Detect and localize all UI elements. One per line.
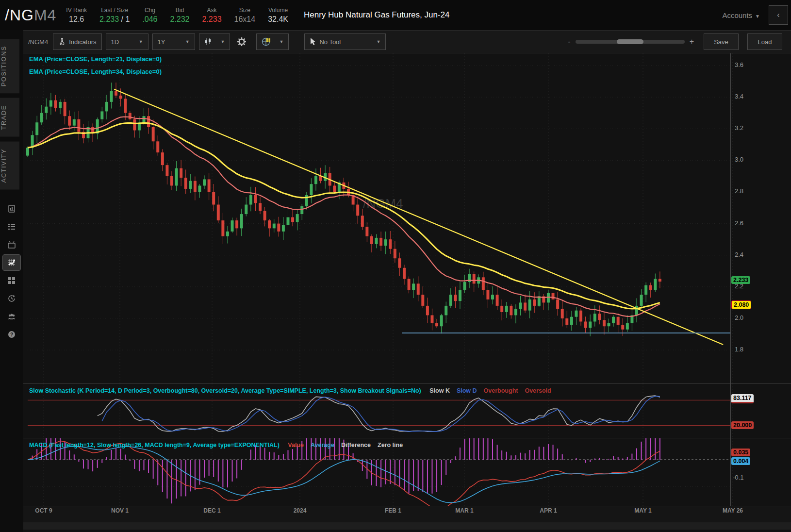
gear-icon <box>237 37 247 47</box>
time-tick-label: MAY 26 <box>723 507 743 514</box>
time-tick-label: FEB 1 <box>385 507 401 514</box>
sidebar-community-icon[interactable] <box>3 309 20 324</box>
tv-icon <box>8 241 16 249</box>
quote-field-iv-rank: IV Rank12.6 <box>66 7 87 24</box>
zoom-slider-thumb[interactable] <box>617 39 643 44</box>
quote-field-value: 32.4K <box>268 15 288 24</box>
sidebar-tab-activity[interactable]: ACTIVITY <box>0 142 19 190</box>
panel-divider[interactable] <box>23 383 791 384</box>
legend-oversold: Oversold <box>525 387 551 394</box>
beaker-icon <box>58 38 66 46</box>
indicators-button[interactable]: Indicators <box>53 33 101 50</box>
price-panel[interactable]: /NGM4 <box>23 53 791 383</box>
sidebar-watchlist-icon[interactable] <box>3 219 20 234</box>
stochastic-legend: Slow KSlow DOverboughtOversold <box>423 387 551 394</box>
history-icon <box>8 295 16 302</box>
stochastic-oversold-badge: 20.000 <box>731 421 754 429</box>
sidebar-tv-icon[interactable] <box>3 237 20 252</box>
sidebar-help-icon[interactable]: ? <box>3 327 20 342</box>
collapse-panel-button[interactable]: ‹ <box>769 5 788 25</box>
price-tick-label: 2.0 <box>735 314 743 321</box>
price-tick-label: 1.8 <box>735 346 743 353</box>
range-dropdown[interactable]: 1Y ▼ <box>152 33 195 50</box>
price-axis-line <box>730 53 731 506</box>
quote-field-size: Size16x14 <box>234 7 256 24</box>
top-header: /NGM4 IV Rank12.6Last / Size2.233 / 1Chg… <box>0 0 791 30</box>
accounts-dropdown[interactable]: Accounts▼ <box>722 11 760 19</box>
save-label: Save <box>714 38 728 46</box>
quote-field-label: Size <box>234 7 256 14</box>
community-icon <box>8 313 16 320</box>
grid-style-dropdown[interactable]: ▼ <box>256 33 289 50</box>
time-tick-label: APR 1 <box>540 507 557 514</box>
sidebar-grid-icon[interactable] <box>3 273 20 288</box>
timeframe-dropdown[interactable]: 1D ▼ <box>106 33 148 50</box>
ema21-study-label[interactable]: EMA (Price=CLOSE, Length=21, Displace=0) <box>29 55 162 63</box>
chart-symbol-label: /NGM4 <box>28 38 48 46</box>
zoom-slider[interactable] <box>576 40 685 44</box>
quote-field-value: 2.233 <box>202 15 222 24</box>
chart-type-dropdown[interactable]: ▼ <box>199 33 231 50</box>
ema34-study-label[interactable]: EMA (Price=CLOSE, Length=34, Displace=0) <box>29 68 162 75</box>
sidebar-tab-trade[interactable]: TRADE <box>0 98 19 137</box>
macd-params: MACD (Fast length=12, Slow length=26, MA… <box>29 442 280 449</box>
quote-field-value: .046 <box>142 15 157 24</box>
panel-divider[interactable] <box>23 438 791 438</box>
stochastic-params: Slow Stochastic (K Period=14, D Period=3… <box>29 387 421 394</box>
time-tick-label: NOV 1 <box>111 507 129 514</box>
chart-toolbar: /NGM4 Indicators 1D ▼ 1Y ▼ ▼ <box>23 30 791 53</box>
contract-title: Henry Hub Natural Gas Futures, Jun-24 <box>304 10 449 20</box>
sidebar-report-icon[interactable] <box>3 201 20 216</box>
last-price-badge: 2.233 <box>731 276 750 284</box>
price-tick-label: 3.0 <box>735 156 743 163</box>
flexible-grid-icon <box>262 37 271 46</box>
stochastic-k-badge: 83.117 <box>731 394 754 403</box>
quote-field-value: 2.233 / 1 <box>99 15 130 24</box>
quote-field-label: Ask <box>202 7 222 14</box>
save-button[interactable]: Save <box>704 33 739 50</box>
load-button[interactable]: Load <box>747 33 782 50</box>
quote-field-last-size: Last / Size2.233 / 1 <box>99 7 130 24</box>
quote-field-bid: Bid2.232 <box>170 7 189 24</box>
zoom-out-button[interactable]: - <box>563 37 575 46</box>
time-tick-label: DEC 1 <box>203 507 220 514</box>
legend-slow-k: Slow K <box>429 387 450 394</box>
chevron-down-icon: ▼ <box>755 14 760 19</box>
chevron-down-icon: ▼ <box>376 39 380 44</box>
chart-area[interactable]: /NGM4 EMA (Price=CLOSE, Length=21, Displ… <box>23 53 791 532</box>
symbol-root: /NG <box>5 6 34 24</box>
time-tick-label: MAR 1 <box>455 507 473 514</box>
quote-field-label: Last / Size <box>99 7 130 14</box>
legend-zero-line: Zero line <box>378 442 403 449</box>
timeframe-value: 1D <box>111 38 119 46</box>
report-icon <box>8 205 16 213</box>
time-tick-label: MAY 1 <box>634 507 651 514</box>
quote-field-ask: Ask2.233 <box>202 7 222 24</box>
price-tick-label: 2.4 <box>735 251 743 258</box>
cursor-icon <box>310 38 316 46</box>
stochastic-study-label[interactable]: Slow Stochastic (K Period=14, D Period=3… <box>29 387 551 394</box>
chart-scrollbar-track[interactable] <box>23 522 791 530</box>
sidebar-tab-positions[interactable]: POSITIONS <box>0 39 19 93</box>
chevron-left-icon: ‹ <box>777 11 779 19</box>
sidebar-chart-icon[interactable] <box>3 255 20 270</box>
quote-field-label: IV Rank <box>66 7 87 14</box>
sidebar-tabs: POSITIONSTRADEACTIVITY <box>0 30 23 194</box>
price-tick-label: 3.6 <box>735 61 743 68</box>
drawing-tool-dropdown[interactable]: No Tool ▼ <box>304 33 386 50</box>
sidebar-history-icon[interactable] <box>3 291 20 306</box>
grid-icon <box>8 277 16 284</box>
symbol-suffix: M4 <box>34 6 56 24</box>
indicators-label: Indicators <box>69 38 96 46</box>
time-axis[interactable] <box>23 506 791 522</box>
macd-study-label[interactable]: MACD (Fast length=12, Slow length=26, MA… <box>29 442 403 449</box>
price-tick-label: 2.6 <box>735 219 743 227</box>
quote-field-value: 2.232 <box>170 15 189 24</box>
chart-settings-button[interactable] <box>234 33 252 50</box>
symbol-title: /NGM4 <box>5 6 56 24</box>
legend-difference: Difference <box>341 442 371 449</box>
svg-text:/NGM4: /NGM4 <box>363 196 403 211</box>
range-value: 1Y <box>158 38 165 46</box>
quote-field-value: 16x14 <box>234 15 256 24</box>
zoom-in-button[interactable]: + <box>685 37 699 46</box>
